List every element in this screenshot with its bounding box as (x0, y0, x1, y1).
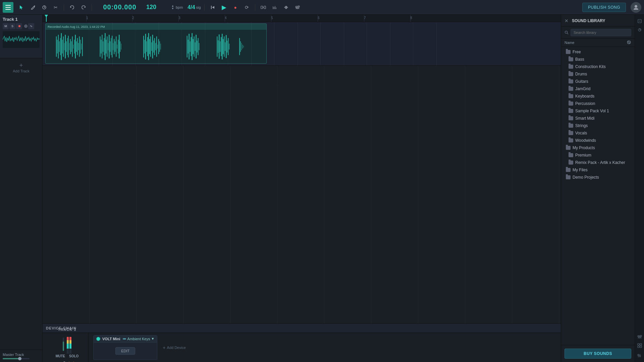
hamburger-button[interactable] (3, 2, 13, 13)
record-button[interactable]: ● (231, 3, 240, 12)
play-button[interactable]: ▶ (219, 3, 229, 12)
library-item[interactable]: Remix Pack - Artik x Kacher (561, 159, 635, 166)
bpm-control[interactable]: 120 ▲ ▼ bpm (146, 4, 183, 11)
bottom-drum-icon[interactable]: 🥁 (68, 361, 75, 362)
library-item[interactable]: Bass (561, 56, 635, 63)
bpm-down-button[interactable]: ▼ (171, 7, 175, 10)
library-item[interactable]: Drums (561, 70, 635, 78)
folder-icon (569, 72, 573, 76)
svg-rect-241 (638, 346, 639, 348)
device-edit-button[interactable]: EDIT (115, 347, 135, 355)
go-to-start-button[interactable] (208, 3, 217, 12)
loop-button[interactable]: ⟳ (242, 3, 252, 12)
library-settings-icon[interactable] (627, 40, 631, 45)
library-item[interactable]: My Products (561, 144, 635, 152)
far-right-button-1[interactable] (636, 17, 643, 25)
track1-rec-button[interactable]: ⏺ (16, 23, 22, 29)
master-slider-row (3, 358, 40, 359)
master-track-section: Master Track (0, 350, 42, 362)
publish-song-button[interactable]: PUBLISH SONG (582, 3, 626, 12)
library-item-label: Keyboards (575, 94, 594, 99)
track1-mute-button[interactable]: M (3, 23, 9, 29)
library-item[interactable]: Sample Pack Vol 1 (561, 107, 635, 115)
select-tool-button[interactable] (17, 3, 26, 12)
library-close-button[interactable]: ✕ (565, 18, 569, 23)
user-avatar[interactable] (631, 2, 641, 13)
svg-point-221 (565, 31, 568, 34)
track-panel: Track 1 M S ⏺ ∿ + Add Track Master Track (0, 15, 43, 362)
library-item[interactable]: Guitars (561, 78, 635, 85)
bottom-track-label: TRACK 1 (58, 327, 76, 331)
track1-volume-knob[interactable] (24, 24, 28, 28)
folder-icon (569, 131, 573, 135)
library-item[interactable]: Demo Projects (561, 174, 635, 181)
tracks-area: Recorded Audio Aug 11, 2023, 1:44:22 PM (43, 22, 561, 362)
svg-point-234 (638, 336, 639, 337)
bottom-mute-button[interactable]: MUTE (54, 354, 66, 359)
library-item[interactable]: Smart Midi (561, 115, 635, 122)
bottom-icons-row: 🎤 🥁 (59, 361, 75, 362)
library-item[interactable]: JamGrid (561, 85, 635, 93)
add-track-label: Add Track (13, 69, 30, 73)
add-device-button[interactable]: + Add Device (160, 344, 188, 352)
library-item-label: Bass (575, 57, 584, 62)
folder-icon (569, 116, 573, 120)
library-item[interactable]: Keyboards (561, 93, 635, 100)
svg-point-20 (298, 6, 300, 7)
svg-rect-0 (5, 5, 11, 6)
far-right-button-5[interactable] (636, 352, 643, 359)
library-item-label: My Products (573, 145, 595, 150)
cut-tool-button[interactable]: ✂ (51, 3, 60, 12)
library-item[interactable]: Construction Kits (561, 63, 635, 70)
separator-1 (64, 4, 64, 11)
time-sig-value[interactable]: 4/4 (187, 4, 195, 10)
library-item[interactable]: My Files (561, 166, 635, 174)
mixer-button[interactable] (293, 3, 302, 12)
folder-icon (569, 57, 573, 61)
track1-solo-button[interactable]: S (9, 23, 15, 29)
undo-button[interactable] (67, 3, 77, 12)
snap-button[interactable] (259, 3, 268, 12)
svg-point-226 (628, 41, 629, 42)
pencil-tool-button[interactable] (28, 3, 38, 12)
library-item-label: Guitars (575, 79, 588, 84)
library-item[interactable]: Percussion (561, 100, 635, 107)
folder-icon (566, 168, 571, 172)
time-sig-label: sig (196, 5, 201, 9)
device-power-button[interactable] (96, 337, 100, 341)
track1-automation-button[interactable]: ∿ (28, 23, 34, 29)
redo-button[interactable] (79, 3, 88, 12)
clip-header: Recorded Audio Aug 11, 2023, 1:44:22 PM (46, 24, 266, 30)
loop-tool-button[interactable] (40, 3, 49, 12)
audio-clip[interactable]: Recorded Audio Aug 11, 2023, 1:44:22 PM (45, 23, 267, 64)
library-item[interactable]: Strings (561, 122, 635, 129)
midi-icon (122, 337, 126, 341)
track-fader[interactable] (63, 338, 64, 351)
svg-point-223 (627, 41, 631, 44)
library-item[interactable]: Premium (561, 152, 635, 159)
device-chain-panel: DEVICE CHAIN ✕ TRACK 1 (43, 323, 561, 362)
far-right-button-3[interactable] (636, 333, 643, 341)
library-search-input[interactable] (571, 29, 631, 36)
preset-dropdown-icon[interactable]: ▼ (151, 337, 154, 341)
library-item[interactable]: Free (561, 48, 635, 56)
time-sig-control[interactable]: 4/4 sig (187, 4, 201, 10)
folder-icon (569, 87, 573, 91)
library-item-label: Remix Pack - Artik x Kacher (575, 160, 625, 165)
library-item[interactable]: Vocals (561, 129, 635, 137)
bpm-value[interactable]: 120 (146, 4, 170, 11)
far-right-button-4[interactable] (636, 342, 643, 349)
svg-point-238 (640, 335, 642, 337)
quantize-button[interactable] (270, 3, 279, 12)
svg-marker-6 (212, 6, 214, 9)
add-track-area[interactable]: + Add Track (0, 60, 42, 76)
bottom-mic-icon[interactable]: 🎤 (59, 361, 66, 362)
bottom-solo-button[interactable]: SOLO (68, 354, 80, 359)
far-right-button-2[interactable] (636, 26, 643, 34)
device-preset[interactable]: Ambient Keys ▼ (122, 337, 155, 341)
track1-controls: M S ⏺ ∿ (3, 23, 40, 29)
buy-sounds-button[interactable]: BUY SOUNDS (565, 349, 631, 359)
master-volume-slider[interactable] (3, 358, 30, 359)
library-item[interactable]: Woodwinds (561, 137, 635, 144)
split-button[interactable] (281, 3, 291, 12)
